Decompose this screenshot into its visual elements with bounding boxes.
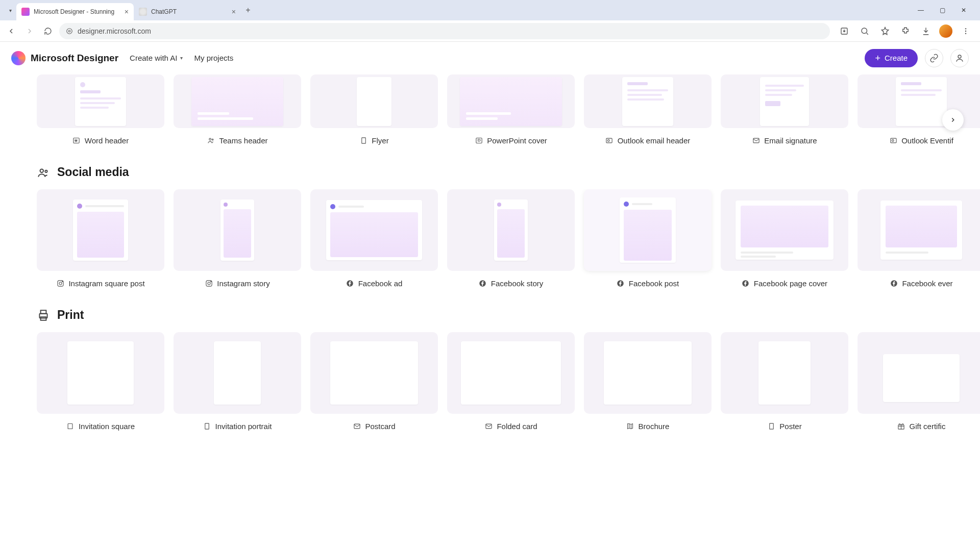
install-app-icon[interactable]	[837, 24, 851, 38]
template-card-instagram-square[interactable]: Instagram square post	[37, 189, 164, 288]
svg-point-4	[965, 28, 966, 29]
template-card-facebook-ad[interactable]: Facebook ad	[310, 189, 438, 288]
url-input[interactable]: designer.microsoft.com	[59, 23, 830, 39]
outlook-icon	[889, 137, 897, 145]
create-button[interactable]: + Create	[865, 49, 918, 67]
card-label: Email signature	[764, 136, 817, 145]
card-label: Invitation portrait	[215, 422, 272, 431]
card-label: Instagram square post	[68, 279, 144, 288]
brand-name: Microsoft Designer	[31, 53, 118, 64]
share-link-button[interactable]	[925, 49, 943, 67]
bookmark-icon[interactable]	[878, 24, 892, 38]
create-button-label: Create	[885, 54, 908, 62]
nav-label: Create with AI	[130, 54, 177, 62]
template-card-email-signature[interactable]: Email signature	[721, 74, 848, 145]
template-card-flyer[interactable]: Flyer	[310, 74, 438, 145]
back-button[interactable]	[4, 24, 18, 38]
template-card-instagram-story[interactable]: Instagram story	[174, 189, 301, 288]
card-label: Invitation square	[79, 422, 135, 431]
scroll-right-button[interactable]	[942, 109, 964, 131]
forward-button[interactable]	[22, 24, 37, 38]
template-card-poster[interactable]: Poster	[721, 332, 848, 431]
account-button[interactable]	[950, 49, 969, 67]
section-social-media: Social media Instagram square post Insta…	[37, 165, 980, 288]
downloads-icon[interactable]	[919, 24, 933, 38]
template-card-word-header[interactable]: Word header	[37, 74, 164, 145]
card-label: Postcard	[365, 422, 395, 431]
template-card-facebook-story[interactable]: Facebook story	[447, 189, 575, 288]
card-label: PowerPoint cover	[487, 136, 547, 145]
main-content: Word header Teams header Flyer PowerPoin…	[0, 74, 980, 551]
reload-button[interactable]	[41, 24, 55, 38]
svg-rect-16	[891, 138, 896, 143]
browser-tab-inactive[interactable]: ChatGPT ×	[134, 3, 241, 20]
instagram-icon	[205, 280, 213, 288]
maximize-button[interactable]: ▢	[936, 7, 948, 14]
template-card-facebook-post[interactable]: Facebook post	[584, 189, 712, 288]
profile-avatar[interactable]	[939, 24, 952, 38]
close-icon[interactable]: ×	[125, 8, 129, 16]
svg-point-24	[208, 282, 210, 285]
svg-point-9	[209, 138, 211, 140]
template-card-postcard[interactable]: Postcard	[310, 332, 438, 431]
facebook-icon	[479, 280, 487, 288]
new-tab-button[interactable]: +	[241, 3, 255, 17]
minimize-button[interactable]: —	[915, 7, 927, 14]
facebook-icon	[346, 280, 354, 288]
template-card-outlook-header[interactable]: Outlook email header	[584, 74, 712, 145]
template-card-powerpoint-cover[interactable]: PowerPoint cover	[447, 74, 575, 145]
card-label: Facebook ever	[902, 279, 952, 288]
card-label: Flyer	[372, 136, 388, 145]
url-text: designer.microsoft.com	[78, 27, 151, 35]
template-card-outlook-eventify[interactable]: Outlook Eventif	[857, 74, 980, 145]
card-label: Teams header	[219, 136, 267, 145]
extensions-icon[interactable]	[898, 24, 913, 38]
teams-icon	[207, 137, 215, 145]
template-card-facebook-event[interactable]: Facebook ever	[857, 189, 980, 288]
site-info-icon[interactable]	[65, 27, 74, 35]
svg-rect-11	[362, 138, 366, 143]
nav-create-with-ai[interactable]: Create with AI ▾	[130, 54, 183, 62]
svg-point-10	[212, 139, 213, 140]
tab-search-dropdown[interactable]: ▾	[4, 4, 16, 16]
svg-point-21	[59, 282, 62, 285]
svg-point-5	[965, 30, 966, 31]
svg-rect-12	[476, 138, 482, 143]
close-icon[interactable]: ×	[232, 8, 236, 16]
mail-icon	[752, 137, 760, 145]
svg-rect-33	[41, 317, 46, 320]
brochure-icon	[626, 422, 634, 431]
svg-point-7	[958, 55, 961, 58]
browser-tab-active[interactable]: Microsoft Designer - Stunning ×	[16, 3, 134, 20]
chrome-menu-icon[interactable]	[959, 24, 973, 38]
brand-logo[interactable]: Microsoft Designer	[11, 51, 118, 65]
template-card-invitation-portrait[interactable]: Invitation portrait	[174, 332, 301, 431]
chevron-down-icon: ▾	[180, 55, 183, 61]
nav-label: My projects	[194, 54, 233, 62]
nav-my-projects[interactable]: My projects	[194, 54, 233, 62]
card-label: Facebook post	[629, 279, 679, 288]
browser-chrome: ▾ Microsoft Designer - Stunning × ChatGP…	[0, 0, 980, 42]
template-card-folded-card[interactable]: Folded card	[447, 332, 575, 431]
card-icon	[66, 422, 75, 431]
gift-icon	[897, 422, 905, 431]
svg-rect-32	[41, 310, 46, 314]
zoom-icon[interactable]	[857, 24, 872, 38]
template-card-teams-header[interactable]: Teams header	[174, 74, 301, 145]
template-card-facebook-cover[interactable]: Facebook page cover	[721, 189, 848, 288]
svg-point-3	[862, 28, 867, 34]
mail-icon	[484, 422, 493, 431]
card-icon	[767, 422, 775, 431]
template-card-brochure[interactable]: Brochure	[584, 332, 712, 431]
designer-favicon	[21, 8, 30, 16]
app-header: Microsoft Designer Create with AI ▾ My p…	[0, 42, 980, 74]
template-row-office: Word header Teams header Flyer PowerPoin…	[37, 74, 980, 145]
template-card-invitation-square[interactable]: Invitation square	[37, 332, 164, 431]
card-label: Instagram story	[217, 279, 270, 288]
svg-point-22	[62, 281, 63, 282]
close-window-button[interactable]: ✕	[958, 7, 970, 14]
social-media-icon	[37, 166, 50, 179]
card-label: Brochure	[639, 422, 670, 431]
template-card-gift-certificate[interactable]: Gift certific	[857, 332, 980, 431]
tab-bar: ▾ Microsoft Designer - Stunning × ChatGP…	[0, 0, 980, 20]
